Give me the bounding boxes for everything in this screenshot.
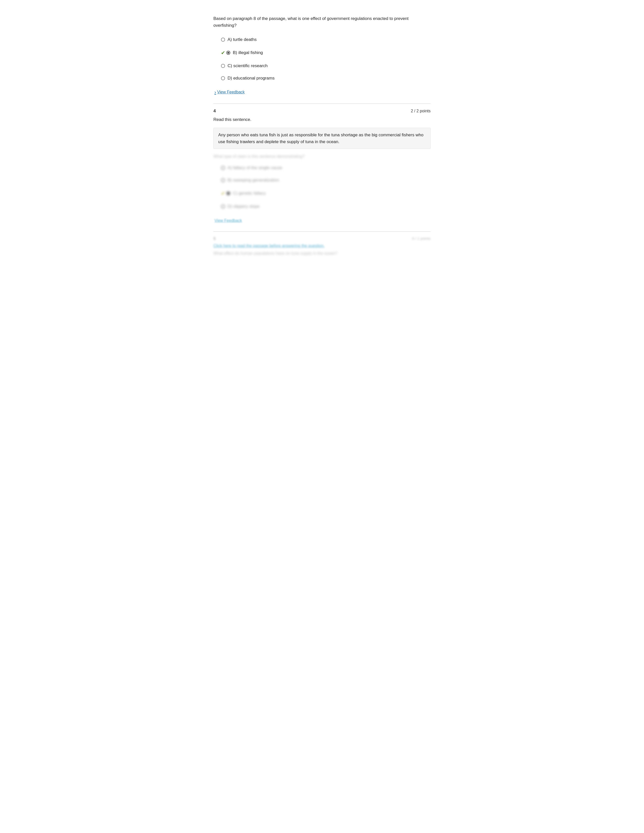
question-4-sentence: Any person who eats tuna fish is just as…	[213, 128, 431, 149]
question-4-options-blurred: A) fallacy of the single cause B) sweepi…	[213, 162, 431, 213]
radio-b[interactable]	[226, 51, 230, 55]
radio-4c	[226, 191, 230, 195]
option-4a: A) fallacy of the single cause	[213, 162, 431, 174]
question-4-meta: 4 2 / 2 points	[213, 108, 431, 114]
option-a[interactable]: A) turtle deaths	[213, 33, 431, 46]
view-feedback-4-container: View Feedback	[213, 217, 431, 224]
option-c[interactable]: C) scientific research	[213, 60, 431, 72]
question-3-block: Based on paragraph 8 of the passage, wha…	[213, 15, 431, 96]
question-5-points: 0 / 1 points	[412, 236, 431, 242]
radio-d[interactable]	[221, 76, 225, 80]
radio-4d	[221, 204, 225, 209]
option-4a-label: A) fallacy of the single cause	[227, 165, 431, 171]
checkmark-4c-icon: ✔	[221, 190, 225, 197]
radio-4b	[221, 178, 225, 182]
radio-4a	[221, 166, 225, 170]
option-4b: B) sweeping generalization	[213, 174, 431, 187]
option-c-label: C) scientific research	[227, 63, 431, 69]
option-b[interactable]: ✔ B) illegal fishing	[213, 46, 431, 60]
bottom-section: 5 0 / 1 points Click here to read the pa…	[213, 232, 431, 256]
view-feedback-container: View Feedback	[213, 89, 431, 96]
option-4c-label: C) genetic fallacy	[233, 190, 431, 197]
radio-a[interactable]	[221, 38, 225, 42]
view-feedback-link[interactable]: View Feedback	[214, 89, 245, 95]
section-divider	[213, 103, 431, 104]
checkmark-icon: ✔	[221, 49, 225, 56]
question-3-options: A) turtle deaths ✔ B) illegal fishing C)…	[213, 33, 431, 85]
question-4-instruction: Read this sentence.	[213, 116, 431, 123]
question-5-meta: 5 0 / 1 points	[213, 236, 431, 242]
question-4-blurred-text: What type of claim is this sentence demo…	[213, 153, 431, 159]
option-d-label: D) educational programs	[227, 75, 431, 82]
radio-c[interactable]	[221, 64, 225, 68]
question-4-num: 4	[213, 108, 216, 114]
question-4-block: Read this sentence. Any person who eats …	[213, 116, 431, 224]
question-5-num: 5	[213, 236, 216, 242]
option-b-label: B) illegal fishing	[233, 50, 431, 56]
view-feedback-4-link: View Feedback	[214, 217, 242, 224]
bottom-divider	[213, 232, 431, 232]
option-4d-label: D) slippery slope	[227, 203, 431, 210]
option-d[interactable]: D) educational programs	[213, 72, 431, 85]
question-5-text: What effect do human populations have on…	[213, 251, 431, 256]
option-4c: ✔ C) genetic fallacy	[213, 187, 431, 200]
question-3-text: Based on paragraph 8 of the passage, wha…	[213, 15, 431, 29]
option-a-label: A) turtle deaths	[227, 36, 431, 43]
question-5-passage-link: Click here to read the passage before an…	[213, 243, 431, 249]
question-4-points: 2 / 2 points	[411, 108, 431, 114]
option-4d: D) slippery slope	[213, 200, 431, 213]
option-4b-label: B) sweeping generalization	[227, 177, 431, 183]
